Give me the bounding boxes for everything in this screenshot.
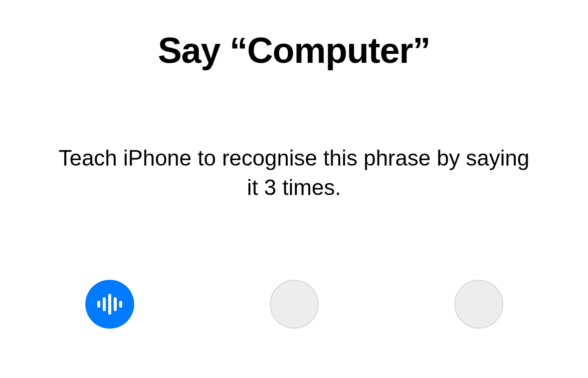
- progress-step-2-inactive: [270, 280, 319, 329]
- page-title: Say “Computer”: [158, 30, 430, 71]
- progress-indicators: [0, 280, 588, 329]
- waveform-icon: [97, 294, 122, 315]
- progress-step-1-active: [85, 280, 134, 329]
- instruction-text: Teach iPhone to recognise this phrase by…: [57, 143, 531, 202]
- progress-step-3-inactive: [454, 280, 503, 329]
